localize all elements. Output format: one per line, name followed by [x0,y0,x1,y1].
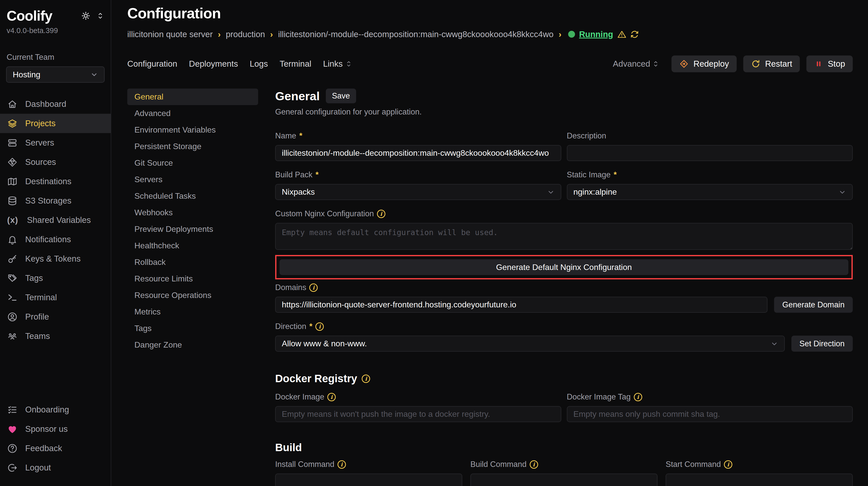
domains-label: Domainsi [275,283,853,292]
sidebar-item-feedback[interactable]: Feedback [0,439,111,458]
sidebar-nav: Dashboard Projects Servers Sources Desti… [0,94,111,346]
info-icon[interactable]: i [338,460,346,469]
stop-icon [814,59,823,68]
sidebar-item-label: Shared Variables [27,215,91,225]
info-icon[interactable]: i [530,460,538,469]
database-icon [7,196,18,206]
chevron-updown-icon[interactable] [97,12,103,20]
subnav-danger-zone[interactable]: Danger Zone [127,337,258,353]
sidebar-item-projects[interactable]: Projects [0,114,111,133]
chevron-down-icon [90,71,98,78]
tab-links[interactable]: Links [323,59,352,69]
sidebar-item-tags[interactable]: Tags [0,268,111,288]
generate-domain-button[interactable]: Generate Domain [774,297,853,313]
sun-icon[interactable] [81,11,90,20]
info-icon[interactable]: i [315,322,324,331]
subnav-git-source[interactable]: Git Source [127,155,258,171]
sidebar-item-dashboard[interactable]: Dashboard [0,94,111,114]
checklist-icon [7,404,18,415]
subnav-servers[interactable]: Servers [127,171,258,188]
sidebar-item-teams[interactable]: Teams [0,326,111,346]
subnav-preview-deployments[interactable]: Preview Deployments [127,221,258,237]
subnav-resource-limits[interactable]: Resource Limits [127,270,258,287]
name-input[interactable] [275,145,561,161]
tab-terminal[interactable]: Terminal [279,59,311,69]
subnav-webhooks[interactable]: Webhooks [127,204,258,221]
sidebar-item-sources[interactable]: Sources [0,153,111,172]
sidebar-item-profile[interactable]: Profile [0,307,111,326]
custom-nginx-textarea[interactable] [275,223,853,250]
tab-configuration[interactable]: Configuration [127,59,177,69]
sidebar-item-label: Tags [25,273,43,283]
set-direction-button[interactable]: Set Direction [792,336,853,352]
sidebar-item-terminal[interactable]: Terminal [0,288,111,307]
save-button[interactable]: Save [326,89,356,103]
name-label: Name* [275,131,561,140]
tab-deployments[interactable]: Deployments [189,59,238,69]
subnav-tags[interactable]: Tags [127,320,258,337]
restart-button[interactable]: Restart [743,56,800,72]
subnav-scheduled-tasks[interactable]: Scheduled Tasks [127,188,258,204]
info-icon[interactable]: i [724,460,732,469]
subnav-persistent-storage[interactable]: Persistent Storage [127,138,258,155]
chevron-down-icon [838,188,846,196]
team-select[interactable]: Hosting [6,66,104,83]
warning-icon[interactable] [617,30,626,39]
description-input[interactable] [567,145,853,161]
home-icon [7,99,18,109]
sidebar-item-destinations[interactable]: Destinations [0,172,111,191]
key-icon [7,254,18,264]
info-icon[interactable]: i [327,393,336,401]
sidebar-item-keys-tokens[interactable]: Keys & Tokens [0,249,111,268]
sidebar-item-notifications[interactable]: Notifications [0,230,111,249]
info-icon[interactable]: i [362,375,370,383]
sidebar-item-label: Profile [25,312,49,322]
subnav-rollback[interactable]: Rollback [127,254,258,270]
info-icon[interactable]: i [377,210,385,218]
logout-icon [7,462,18,473]
status-badge[interactable]: Running [579,30,613,39]
refresh-icon[interactable] [630,30,639,39]
start-command-input[interactable] [665,474,853,486]
subnav-metrics[interactable]: Metrics [127,303,258,320]
docker-image-input[interactable] [275,406,561,422]
info-icon[interactable]: i [309,284,318,292]
breadcrumb-separator: › [559,29,561,39]
generate-nginx-config-button[interactable]: Generate Default Nginx Configuration [279,259,848,275]
domains-input[interactable] [275,297,768,313]
layers-icon [7,118,18,129]
advanced-dropdown[interactable]: Advanced [613,59,659,69]
sidebar-item-sponsor-us[interactable]: Sponsor us [0,419,111,439]
sidebar-item-label: S3 Storages [25,196,71,205]
sidebar-item-servers[interactable]: Servers [0,133,111,153]
subnav-environment-variables[interactable]: Environment Variables [127,122,258,138]
subnav-resource-operations[interactable]: Resource Operations [127,287,258,303]
tab-logs[interactable]: Logs [250,59,268,69]
sidebar-item-label: Notifications [25,235,71,244]
breadcrumb-project[interactable]: illicitonion quote server [127,30,213,39]
install-command-input[interactable] [275,474,462,486]
redeploy-button[interactable]: Redeploy [672,56,736,72]
static-image-select[interactable]: nginx:alpine [567,184,853,200]
highlight-annotation-box: Generate Default Nginx Configuration [275,255,853,280]
sidebar-item-logout[interactable]: Logout [0,458,111,477]
subnav-healthcheck[interactable]: Healthcheck [127,237,258,254]
build-command-input[interactable] [470,474,657,486]
description-label: Description [567,131,853,140]
sidebar-item-onboarding[interactable]: Onboarding [0,400,111,419]
sidebar-item-shared-variables[interactable]: (x) Shared Variables [0,210,111,230]
stop-button[interactable]: Stop [806,56,853,72]
breadcrumb-application[interactable]: illicitestonion/-module--decomposition:m… [278,30,553,39]
info-icon[interactable]: i [634,393,642,401]
subnav-general[interactable]: General [127,89,258,105]
config-subnav: General Advanced Environment Variables P… [127,89,258,486]
terminal-icon [7,292,18,303]
docker-image-tag-input[interactable] [567,406,853,422]
breadcrumb-environment[interactable]: production [226,30,265,39]
subnav-advanced[interactable]: Advanced [127,105,258,122]
sidebar-item-label: Onboarding [25,405,69,415]
direction-select[interactable]: Allow www & non-www. [275,336,785,352]
build-pack-select[interactable]: Nixpacks [275,184,561,200]
sidebar-item-label: Projects [25,119,56,128]
sidebar-item-s3-storages[interactable]: S3 Storages [0,191,111,210]
